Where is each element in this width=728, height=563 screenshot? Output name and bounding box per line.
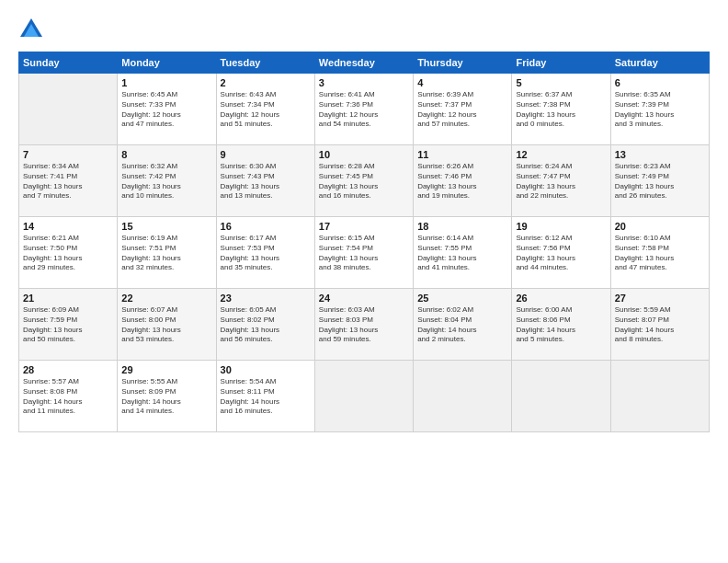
calendar-cell: 7Sunrise: 6:34 AM Sunset: 7:41 PM Daylig… xyxy=(19,145,118,217)
day-info: Sunrise: 6:00 AM Sunset: 8:06 PM Dayligh… xyxy=(516,305,606,345)
col-header-tuesday: Tuesday xyxy=(216,52,314,74)
logo-icon xyxy=(18,17,44,42)
col-header-thursday: Thursday xyxy=(414,52,512,74)
day-number: 5 xyxy=(516,77,606,88)
day-info: Sunrise: 6:07 AM Sunset: 8:00 PM Dayligh… xyxy=(121,305,211,345)
day-info: Sunrise: 6:30 AM Sunset: 7:43 PM Dayligh… xyxy=(221,162,311,201)
day-number: 24 xyxy=(319,293,409,304)
calendar-cell xyxy=(19,74,118,145)
day-info: Sunrise: 6:45 AM Sunset: 7:33 PM Dayligh… xyxy=(121,90,211,130)
day-info: Sunrise: 6:24 AM Sunset: 7:47 PM Dayligh… xyxy=(516,162,606,201)
day-info: Sunrise: 6:15 AM Sunset: 7:54 PM Dayligh… xyxy=(319,234,409,273)
day-info: Sunrise: 6:39 AM Sunset: 7:37 PM Dayligh… xyxy=(417,90,507,130)
calendar-row-3: 21Sunrise: 6:09 AM Sunset: 7:59 PM Dayli… xyxy=(19,289,710,361)
day-info: Sunrise: 6:41 AM Sunset: 7:36 PM Dayligh… xyxy=(319,90,409,130)
day-info: Sunrise: 5:57 AM Sunset: 8:08 PM Dayligh… xyxy=(23,377,113,417)
day-number: 17 xyxy=(319,221,409,232)
day-number: 29 xyxy=(121,364,211,375)
calendar-cell: 2Sunrise: 6:43 AM Sunset: 7:34 PM Daylig… xyxy=(216,74,314,145)
day-number: 20 xyxy=(615,221,705,232)
calendar-cell: 14Sunrise: 6:21 AM Sunset: 7:50 PM Dayli… xyxy=(19,217,118,289)
day-info: Sunrise: 6:10 AM Sunset: 7:58 PM Dayligh… xyxy=(615,234,705,273)
calendar-cell: 6Sunrise: 6:35 AM Sunset: 7:39 PM Daylig… xyxy=(610,74,709,145)
calendar-cell: 29Sunrise: 5:55 AM Sunset: 8:09 PM Dayli… xyxy=(118,361,216,432)
day-number: 15 xyxy=(121,221,211,232)
day-info: Sunrise: 6:32 AM Sunset: 7:42 PM Dayligh… xyxy=(121,162,211,201)
calendar-cell: 4Sunrise: 6:39 AM Sunset: 7:37 PM Daylig… xyxy=(414,74,512,145)
calendar-cell: 16Sunrise: 6:17 AM Sunset: 7:53 PM Dayli… xyxy=(216,217,314,289)
day-number: 23 xyxy=(221,293,311,304)
header xyxy=(18,17,710,42)
day-info: Sunrise: 6:37 AM Sunset: 7:38 PM Dayligh… xyxy=(516,90,606,130)
day-info: Sunrise: 6:02 AM Sunset: 8:04 PM Dayligh… xyxy=(417,305,507,345)
header-row: SundayMondayTuesdayWednesdayThursdayFrid… xyxy=(19,52,710,74)
day-info: Sunrise: 5:59 AM Sunset: 8:07 PM Dayligh… xyxy=(615,305,705,345)
day-number: 14 xyxy=(23,221,113,232)
calendar-cell: 19Sunrise: 6:12 AM Sunset: 7:56 PM Dayli… xyxy=(512,217,610,289)
calendar-cell: 12Sunrise: 6:24 AM Sunset: 7:47 PM Dayli… xyxy=(512,145,610,217)
calendar-row-0: 1Sunrise: 6:45 AM Sunset: 7:33 PM Daylig… xyxy=(19,74,710,145)
calendar-cell: 28Sunrise: 5:57 AM Sunset: 8:08 PM Dayli… xyxy=(19,361,118,432)
calendar-cell xyxy=(610,361,709,432)
day-info: Sunrise: 6:17 AM Sunset: 7:53 PM Dayligh… xyxy=(221,234,311,273)
calendar-cell xyxy=(512,361,610,432)
day-number: 21 xyxy=(23,293,113,304)
day-info: Sunrise: 6:23 AM Sunset: 7:49 PM Dayligh… xyxy=(615,162,705,201)
calendar-row-1: 7Sunrise: 6:34 AM Sunset: 7:41 PM Daylig… xyxy=(19,145,710,217)
calendar-cell: 27Sunrise: 5:59 AM Sunset: 8:07 PM Dayli… xyxy=(610,289,709,361)
calendar-cell: 10Sunrise: 6:28 AM Sunset: 7:45 PM Dayli… xyxy=(314,145,413,217)
day-number: 12 xyxy=(516,149,606,160)
day-number: 18 xyxy=(417,221,507,232)
calendar-cell: 25Sunrise: 6:02 AM Sunset: 8:04 PM Dayli… xyxy=(414,289,512,361)
day-info: Sunrise: 6:05 AM Sunset: 8:02 PM Dayligh… xyxy=(221,305,311,345)
calendar-cell: 17Sunrise: 6:15 AM Sunset: 7:54 PM Dayli… xyxy=(314,217,413,289)
col-header-friday: Friday xyxy=(512,52,610,74)
calendar-row-2: 14Sunrise: 6:21 AM Sunset: 7:50 PM Dayli… xyxy=(19,217,710,289)
calendar-cell: 11Sunrise: 6:26 AM Sunset: 7:46 PM Dayli… xyxy=(414,145,512,217)
day-number: 8 xyxy=(121,149,211,160)
day-number: 10 xyxy=(319,149,409,160)
day-info: Sunrise: 6:21 AM Sunset: 7:50 PM Dayligh… xyxy=(23,234,113,273)
col-header-monday: Monday xyxy=(118,52,216,74)
col-header-saturday: Saturday xyxy=(610,52,709,74)
day-info: Sunrise: 6:34 AM Sunset: 7:41 PM Dayligh… xyxy=(23,162,113,201)
day-number: 6 xyxy=(615,77,705,88)
calendar-cell: 15Sunrise: 6:19 AM Sunset: 7:51 PM Dayli… xyxy=(118,217,216,289)
day-number: 16 xyxy=(221,221,311,232)
logo xyxy=(18,17,48,42)
calendar-table: SundayMondayTuesdayWednesdayThursdayFrid… xyxy=(18,52,710,432)
day-number: 9 xyxy=(221,149,311,160)
day-info: Sunrise: 6:14 AM Sunset: 7:55 PM Dayligh… xyxy=(417,234,507,273)
calendar-cell: 24Sunrise: 6:03 AM Sunset: 8:03 PM Dayli… xyxy=(314,289,413,361)
calendar-cell: 22Sunrise: 6:07 AM Sunset: 8:00 PM Dayli… xyxy=(118,289,216,361)
day-info: Sunrise: 6:26 AM Sunset: 7:46 PM Dayligh… xyxy=(417,162,507,201)
calendar-cell: 21Sunrise: 6:09 AM Sunset: 7:59 PM Dayli… xyxy=(19,289,118,361)
day-number: 3 xyxy=(319,77,409,88)
day-number: 27 xyxy=(615,293,705,304)
day-info: Sunrise: 6:03 AM Sunset: 8:03 PM Dayligh… xyxy=(319,305,409,345)
calendar-cell: 8Sunrise: 6:32 AM Sunset: 7:42 PM Daylig… xyxy=(118,145,216,217)
day-number: 11 xyxy=(417,149,507,160)
day-number: 1 xyxy=(121,77,211,88)
calendar-cell: 3Sunrise: 6:41 AM Sunset: 7:36 PM Daylig… xyxy=(314,74,413,145)
calendar-cell: 20Sunrise: 6:10 AM Sunset: 7:58 PM Dayli… xyxy=(610,217,709,289)
day-info: Sunrise: 6:12 AM Sunset: 7:56 PM Dayligh… xyxy=(516,234,606,273)
day-number: 25 xyxy=(417,293,507,304)
day-info: Sunrise: 6:35 AM Sunset: 7:39 PM Dayligh… xyxy=(615,90,705,130)
day-info: Sunrise: 6:09 AM Sunset: 7:59 PM Dayligh… xyxy=(23,305,113,345)
day-number: 4 xyxy=(417,77,507,88)
col-header-sunday: Sunday xyxy=(19,52,118,74)
calendar-cell: 13Sunrise: 6:23 AM Sunset: 7:49 PM Dayli… xyxy=(610,145,709,217)
day-number: 28 xyxy=(23,364,113,375)
calendar-cell: 18Sunrise: 6:14 AM Sunset: 7:55 PM Dayli… xyxy=(414,217,512,289)
col-header-wednesday: Wednesday xyxy=(314,52,413,74)
day-info: Sunrise: 5:55 AM Sunset: 8:09 PM Dayligh… xyxy=(121,377,211,417)
day-info: Sunrise: 5:54 AM Sunset: 8:11 PM Dayligh… xyxy=(221,377,311,417)
day-number: 13 xyxy=(615,149,705,160)
day-number: 2 xyxy=(221,77,311,88)
calendar-cell xyxy=(314,361,413,432)
page: SundayMondayTuesdayWednesdayThursdayFrid… xyxy=(0,0,728,563)
calendar-cell xyxy=(414,361,512,432)
calendar-cell: 1Sunrise: 6:45 AM Sunset: 7:33 PM Daylig… xyxy=(118,74,216,145)
calendar-cell: 26Sunrise: 6:00 AM Sunset: 8:06 PM Dayli… xyxy=(512,289,610,361)
